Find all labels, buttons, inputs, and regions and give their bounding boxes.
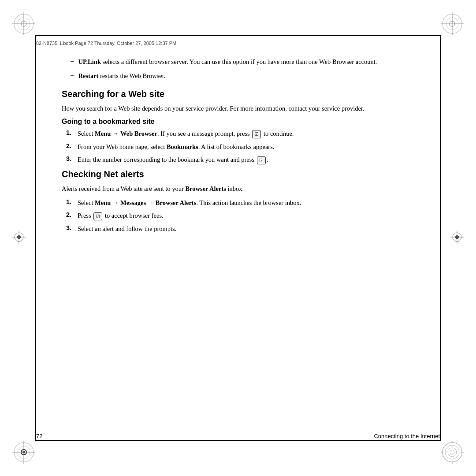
bullet-dash-2: –	[71, 71, 74, 81]
uplink-bold: UP.Link	[78, 58, 101, 65]
header-text: 82-N8735-1.book Page 72 Thursday, Octobe…	[36, 41, 176, 46]
bold-menu-2: Menu	[95, 199, 111, 206]
num-b3: 3.	[66, 155, 74, 165]
numbered-item-b1: 1. Select Menu → Web Browser. If you see…	[62, 129, 414, 139]
num-b2: 2.	[66, 142, 74, 152]
subsection-heading-bookmarked: Going to a bookmarked site	[62, 118, 414, 126]
section-heading-net-alerts: Checking Net alerts	[62, 169, 414, 179]
bold-bookmarks: Bookmarks	[167, 143, 198, 150]
corner-mark-bl	[12, 441, 35, 464]
subsection-bookmarked: Going to a bookmarked site 1. Select Men…	[62, 118, 414, 165]
key-icon-ok-3: ☑	[93, 212, 102, 220]
item-text-b1: Select Menu → Web Browser. If you see a …	[78, 129, 294, 139]
bullet-text-restart: Restart restarts the Web Browser.	[78, 71, 166, 81]
footer-title: Connecting to the Internet	[374, 433, 440, 439]
bold-browser-alerts-2: Browser Alerts	[156, 199, 197, 206]
numbered-item-a2: 2. Press ☑ to accept browser fees.	[62, 211, 414, 221]
bullet-item-restart: – Restart restarts the Web Browser.	[62, 71, 414, 81]
section-searching: Searching for a Web site How you search …	[62, 89, 414, 113]
num-a3: 3.	[66, 224, 74, 234]
corner-mark-tl	[12, 12, 35, 35]
numbered-list-bookmarked: 1. Select Menu → Web Browser. If you see…	[62, 129, 414, 165]
item-text-a2: Press ☑ to accept browser fees.	[78, 211, 164, 221]
bold-webbrowser: Web Browser	[120, 130, 157, 137]
num-b1: 1.	[66, 129, 74, 139]
key-icon-ok-2: ☑	[257, 156, 266, 164]
corner-mark-br	[441, 441, 464, 464]
side-reg-left	[12, 231, 26, 245]
border-line-left	[35, 35, 36, 441]
item-text-b3: Enter the number corresponding to the bo…	[78, 155, 268, 165]
item-text-a3: Select an alert and follow the prompts.	[78, 224, 176, 234]
bold-messages: Messages	[120, 199, 146, 206]
numbered-item-b2: 2. From your Web home page, select Bookm…	[62, 142, 414, 152]
item-text-b2: From your Web home page, select Bookmark…	[78, 142, 274, 152]
bullet-dash-1: –	[71, 57, 74, 67]
numbered-item-a1: 1. Select Menu → Messages → Browser Aler…	[62, 198, 414, 208]
num-a2: 2.	[66, 211, 74, 221]
numbered-item-b3: 3. Enter the number corresponding to the…	[62, 155, 414, 165]
section-body-searching: How you search for a Web site depends on…	[62, 104, 414, 113]
svg-point-18	[448, 448, 457, 457]
side-reg-right	[450, 231, 464, 245]
item-text-a1: Select Menu → Messages → Browser Alerts.…	[78, 198, 301, 208]
svg-point-19	[450, 450, 454, 454]
header: 82-N8735-1.book Page 72 Thursday, Octobe…	[36, 36, 440, 50]
section-heading-searching: Searching for a Web site	[62, 89, 414, 99]
bullet-section: – UP.Link selects a different browser se…	[62, 57, 414, 81]
num-a1: 1.	[66, 198, 74, 208]
bullet-text-uplink: UP.Link selects a different browser serv…	[78, 57, 377, 67]
border-line-right	[440, 35, 441, 441]
page: 82-N8735-1.book Page 72 Thursday, Octobe…	[0, 0, 476, 476]
numbered-item-a3: 3. Select an alert and follow the prompt…	[62, 224, 414, 234]
numbered-list-alerts: 1. Select Menu → Messages → Browser Aler…	[62, 198, 414, 234]
border-line-top	[35, 35, 441, 36]
key-icon-ok-1: ☑	[252, 130, 261, 138]
border-line-bottom	[35, 440, 441, 441]
section-body-net-alerts: Alerts received from a Web site are sent…	[62, 184, 414, 193]
footer-page-number: 72	[36, 433, 42, 439]
bold-browser-alerts: Browser Alerts	[185, 185, 226, 192]
svg-point-17	[445, 445, 459, 459]
footer: 72 Connecting to the Internet	[36, 430, 440, 439]
section-net-alerts: Checking Net alerts Alerts received from…	[62, 169, 414, 234]
restart-bold: Restart	[78, 72, 99, 79]
bold-menu-1: Menu	[95, 130, 111, 137]
bullet-item-uplink: – UP.Link selects a different browser se…	[62, 57, 414, 67]
main-content: – UP.Link selects a different browser se…	[62, 57, 414, 423]
corner-mark-tr	[441, 12, 464, 35]
svg-point-16	[443, 443, 462, 462]
